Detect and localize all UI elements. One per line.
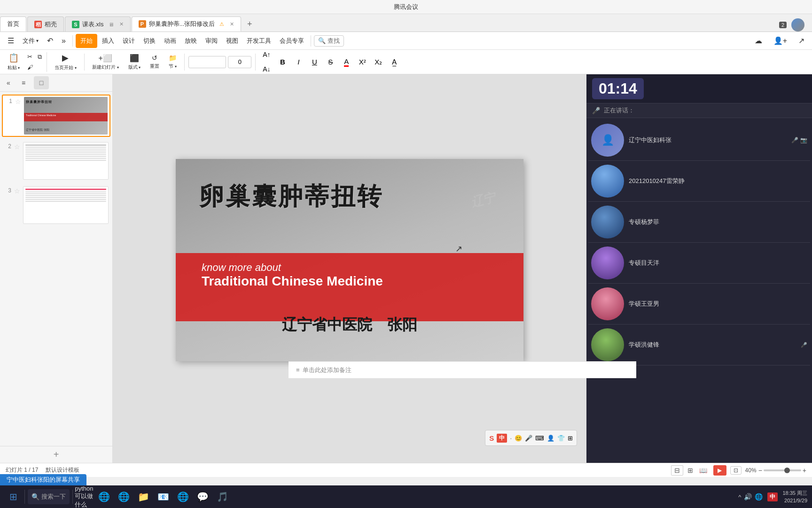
start-slide-btn[interactable]: ▶ 当页开始 ▾: [51, 54, 80, 71]
copy-icon: ⧉: [38, 53, 42, 61]
tab-home[interactable]: 首页: [0, 16, 26, 32]
ppt-close[interactable]: ✕: [230, 21, 234, 27]
bold-btn[interactable]: B: [275, 55, 289, 69]
copy-btn[interactable]: ⧉: [36, 52, 44, 62]
menu-toggle[interactable]: ☰: [4, 34, 18, 48]
taskbar-volume-icon[interactable]: 🔊: [744, 493, 752, 500]
ime-keyboard-btn[interactable]: ⌨: [535, 435, 544, 442]
ime-dot-btn[interactable]: ·: [510, 435, 512, 442]
taskbar-app-ie[interactable]: 🌐: [95, 488, 112, 505]
panel-expand-btn[interactable]: «: [4, 78, 13, 87]
slide-item-3[interactable]: 3 ☆: [2, 185, 110, 225]
font-size-input[interactable]: [228, 56, 251, 68]
taskbar-app-files[interactable]: 📁: [135, 488, 152, 505]
taskbar-app-browser2[interactable]: 🌐: [174, 488, 191, 505]
new-slide-btn[interactable]: +⬜ 新建幻灯片 ▾: [88, 54, 123, 71]
ime-grid-btn[interactable]: ⊞: [568, 435, 573, 442]
paste-btn[interactable]: 📋 粘贴 ▾: [4, 54, 23, 71]
slideshow-menu[interactable]: 放映: [181, 34, 201, 48]
transition-menu[interactable]: 切换: [140, 34, 159, 48]
file-menu[interactable]: 文件 ▾: [19, 34, 42, 48]
reader-view-btn[interactable]: 📖: [697, 465, 710, 476]
panel-slide-tab[interactable]: □: [34, 76, 49, 89]
zoom-thumb[interactable]: [784, 468, 790, 473]
format-painter-btn[interactable]: 🖌: [25, 63, 35, 72]
vip-menu[interactable]: 会员专享: [276, 34, 308, 48]
participant-name-5: 学硕洪健锋: [629, 341, 796, 349]
italic-btn[interactable]: I: [291, 55, 305, 69]
crop-btn[interactable]: ⊡: [730, 466, 742, 475]
taskbar-app-music[interactable]: 🎵: [214, 488, 231, 505]
taskbar-app-mail[interactable]: 📧: [155, 488, 172, 505]
cloud-btn[interactable]: ☁: [751, 34, 766, 48]
zoom-slider-area: − +: [758, 467, 806, 474]
review-menu[interactable]: 审阅: [202, 34, 221, 48]
xls-screen-icon: 🖥: [109, 22, 114, 27]
ime-lang-btn[interactable]: 中: [497, 434, 507, 443]
design-menu[interactable]: 设计: [119, 34, 139, 48]
collab-btn[interactable]: 👤+: [770, 34, 791, 48]
add-slide-btn[interactable]: +: [0, 446, 112, 463]
taskbar-caret-icon[interactable]: ^: [738, 493, 741, 500]
slide-canvas[interactable]: 卵巢囊肿蒂扭转 辽宁 know more about Traditional C…: [176, 159, 523, 361]
zoom-slider[interactable]: [764, 469, 801, 471]
start-btn[interactable]: ⊞: [5, 488, 22, 505]
superscript-btn[interactable]: X²: [355, 55, 369, 69]
strikethrough-btn[interactable]: S: [323, 55, 337, 69]
note-bar[interactable]: ≡ 单击此处添加备注: [289, 361, 636, 378]
insert-menu[interactable]: 插入: [98, 34, 118, 48]
shadow-btn[interactable]: A̲: [387, 55, 401, 69]
panel-outline-tab[interactable]: ≡: [16, 76, 31, 89]
ime-emoji-btn[interactable]: 😊: [515, 435, 522, 442]
section-btn[interactable]: 📁 节 ▾: [165, 54, 180, 71]
screen-share-text: 宁中医妇科张阳的屏幕共享: [7, 476, 80, 483]
taskbar-app-python[interactable]: python可以做什么: [76, 488, 93, 505]
avatar-4: [591, 287, 624, 320]
slide-item-1[interactable]: 1 ☆ 卵巢囊肿蒂扭转 Traditional Chinese Medicine…: [2, 95, 110, 137]
expand-btn[interactable]: »: [58, 34, 70, 48]
font-increase-btn[interactable]: A↑: [259, 48, 273, 62]
taskbar-search[interactable]: 🔍 搜索一下: [28, 489, 70, 504]
slide-item-2[interactable]: 2 ☆: [2, 141, 110, 181]
ime-mic-btn[interactable]: 🎤: [525, 435, 532, 442]
tab-add-button[interactable]: +: [242, 16, 257, 32]
avatar-0: 👤: [591, 124, 624, 157]
developer-menu[interactable]: 开发工具: [243, 34, 275, 48]
undo-icon[interactable]: ↶: [43, 34, 57, 48]
speaker-indicator: 🎤 正在讲话：: [586, 103, 812, 118]
start-menu[interactable]: 开始: [76, 34, 97, 48]
play-slideshow-btn[interactable]: ▶: [713, 465, 726, 476]
zoom-in-btn[interactable]: +: [803, 467, 806, 474]
layout-btn[interactable]: ⬛ 版式 ▾: [125, 54, 145, 71]
font-color-btn[interactable]: A: [339, 55, 353, 69]
subscript-btn[interactable]: X₂: [371, 55, 385, 69]
font-name-input[interactable]: [188, 56, 226, 68]
reset-btn[interactable]: ↺ 重置: [146, 54, 163, 71]
cut-btn[interactable]: ✂: [25, 52, 34, 62]
ime-person-btn[interactable]: 👤: [547, 435, 554, 442]
view-menu[interactable]: 视图: [222, 34, 242, 48]
participant-icons-0: 🎤 📷: [791, 137, 807, 143]
taskbar-app-edge[interactable]: 🌐: [115, 488, 132, 505]
taskbar-clock[interactable]: 18:35 周三 2021/9/29: [782, 489, 807, 505]
underline-btn[interactable]: U: [307, 55, 321, 69]
tab-daohao-label: 稻壳: [45, 20, 57, 29]
title-bar: 腾讯会议: [0, 0, 812, 14]
zoom-out-btn[interactable]: −: [758, 467, 762, 474]
tab-daohao[interactable]: 稻 稻壳: [27, 16, 64, 32]
ime-shirt-btn[interactable]: 👕: [557, 435, 565, 442]
taskbar-network-icon[interactable]: 🌐: [755, 493, 763, 500]
avatar-2: [591, 206, 624, 238]
tab-ppt[interactable]: P 卵巢囊肿蒂...张阳修改后 ⚠ ✕: [132, 16, 242, 32]
animation-menu[interactable]: 动画: [160, 34, 180, 48]
share-btn[interactable]: ↗: [795, 34, 808, 48]
taskbar-app-wechat[interactable]: 💬: [194, 488, 211, 505]
search-box[interactable]: 🔍 查找: [314, 35, 344, 47]
tab-xls[interactable]: S 课表.xls 🖥 ✕: [65, 16, 131, 32]
normal-view-btn[interactable]: ⊟: [671, 465, 683, 476]
taskbar-ime-btn[interactable]: 中: [767, 492, 778, 501]
xls-close[interactable]: ✕: [119, 21, 124, 27]
files-icon: 📁: [138, 491, 149, 502]
grid-view-btn[interactable]: ⊞: [684, 465, 696, 476]
strikethrough-label: S: [328, 58, 333, 66]
